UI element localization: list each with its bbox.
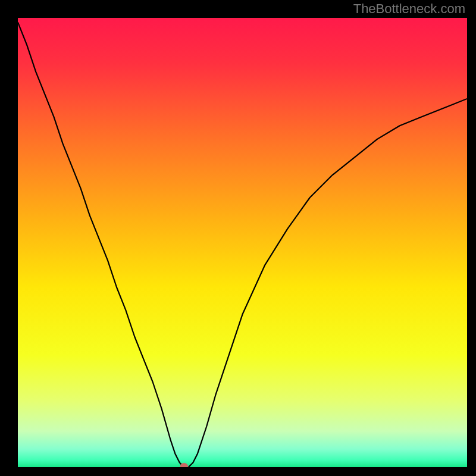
plot-svg: [18, 18, 467, 467]
watermark-label: TheBottleneck.com: [353, 1, 465, 17]
plot-area: [18, 18, 467, 467]
gradient-background: [18, 18, 467, 467]
chart-container: TheBottleneck.com: [0, 0, 476, 476]
